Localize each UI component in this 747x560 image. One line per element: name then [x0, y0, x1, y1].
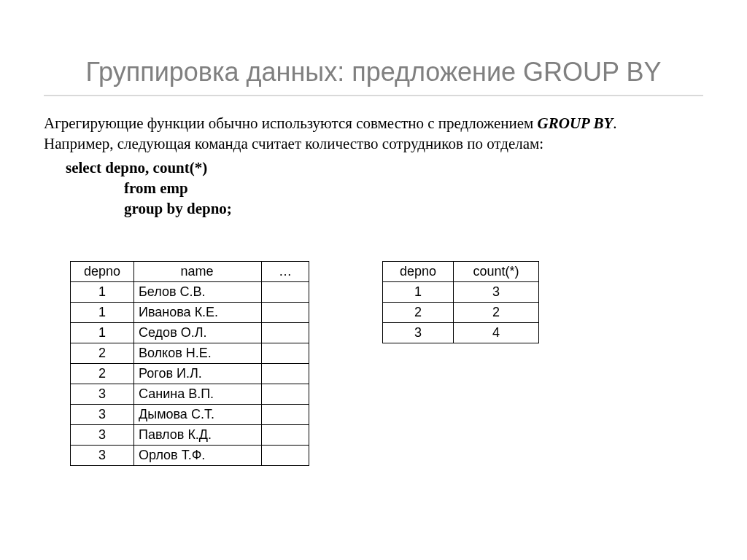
- paragraph-1: Агрегирующие функции обычно используются…: [44, 113, 703, 133]
- table-header-row: depno name …: [71, 262, 309, 282]
- tables-area: depno name … 1Белов С.В. 1Иванова К.Е. 1…: [70, 261, 539, 466]
- cell-name: Седов О.Л.: [134, 323, 262, 343]
- cell-depno: 2: [71, 343, 134, 364]
- cell-count: 4: [454, 323, 539, 343]
- cell-depno: 3: [71, 384, 134, 405]
- sql-line-1: select depno, count(*): [44, 158, 703, 178]
- cell-depno: 3: [71, 446, 134, 466]
- cell-etc: [262, 282, 309, 303]
- table-row: 3Санина В.П.: [71, 384, 309, 405]
- cell-etc: [262, 384, 309, 405]
- cell-depno: 3: [71, 425, 134, 446]
- col-header-depno: depno: [383, 262, 454, 282]
- cell-name: Рогов И.Л.: [134, 364, 262, 384]
- col-header-count: count(*): [454, 262, 539, 282]
- result-table: depno count(*) 13 22 34: [382, 261, 539, 343]
- table-row: 1Белов С.В.: [71, 282, 309, 303]
- cell-depno: 1: [71, 323, 134, 343]
- cell-name: Иванова К.Е.: [134, 303, 262, 323]
- cell-depno: 1: [71, 282, 134, 303]
- cell-name: Павлов К.Д.: [134, 425, 262, 446]
- cell-etc: [262, 343, 309, 364]
- cell-name: Волков Н.Е.: [134, 343, 262, 364]
- cell-name: Белов С.В.: [134, 282, 262, 303]
- cell-depno: 2: [383, 303, 454, 323]
- table-row: 3Дымова С.Т.: [71, 405, 309, 425]
- table-row: 3Орлов Т.Ф.: [71, 446, 309, 466]
- body-text: Агрегирующие функции обычно используются…: [44, 113, 703, 219]
- table-row: 3Павлов К.Д.: [71, 425, 309, 446]
- table-header-row: depno count(*): [383, 262, 539, 282]
- table-row: 22: [383, 303, 539, 323]
- cell-depno: 1: [383, 282, 454, 303]
- cell-depno: 2: [71, 364, 134, 384]
- col-header-depno: depno: [71, 262, 134, 282]
- para-text-end: .: [613, 114, 616, 132]
- col-header-etc: …: [262, 262, 309, 282]
- cell-depno: 1: [71, 303, 134, 323]
- sql-line-2: from emp: [44, 178, 703, 198]
- table-row: 1Иванова К.Е.: [71, 303, 309, 323]
- group-by-term: GROUP BY: [538, 114, 614, 132]
- source-table: depno name … 1Белов С.В. 1Иванова К.Е. 1…: [70, 261, 309, 466]
- cell-depno: 3: [383, 323, 454, 343]
- para-text: Агрегирующие функции обычно используются…: [44, 114, 538, 132]
- cell-etc: [262, 446, 309, 466]
- cell-etc: [262, 323, 309, 343]
- cell-etc: [262, 364, 309, 384]
- cell-count: 2: [454, 303, 539, 323]
- table-row: 13: [383, 282, 539, 303]
- sql-block: select depno, count(*) from emp group by…: [44, 158, 703, 219]
- table-row: 2Рогов И.Л.: [71, 364, 309, 384]
- table-row: 1Седов О.Л.: [71, 323, 309, 343]
- page-title: Группировка данных: предложение GROUP BY: [0, 57, 747, 88]
- table-row: 2Волков Н.Е.: [71, 343, 309, 364]
- sql-line-3: group by depno;: [44, 198, 703, 219]
- col-header-name: name: [134, 262, 262, 282]
- title-divider: [44, 95, 703, 96]
- cell-etc: [262, 303, 309, 323]
- cell-count: 3: [454, 282, 539, 303]
- cell-name: Санина В.П.: [134, 384, 262, 405]
- paragraph-2: Например, следующая команда считает коли…: [44, 133, 703, 154]
- cell-etc: [262, 405, 309, 425]
- cell-name: Орлов Т.Ф.: [134, 446, 262, 466]
- cell-name: Дымова С.Т.: [134, 405, 262, 425]
- cell-etc: [262, 425, 309, 446]
- cell-depno: 3: [71, 405, 134, 425]
- table-row: 34: [383, 323, 539, 343]
- slide: Группировка данных: предложение GROUP BY…: [0, 0, 747, 560]
